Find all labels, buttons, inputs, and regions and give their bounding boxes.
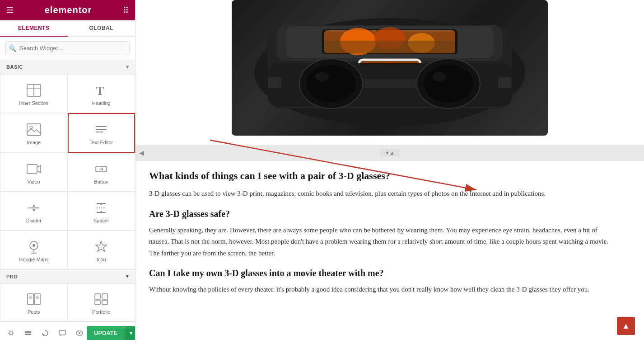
- svg-rect-71: [268, 77, 281, 88]
- scroll-top-button[interactable]: ▲: [617, 317, 635, 335]
- svg-rect-32: [34, 294, 40, 305]
- search-icon: 🔍: [9, 45, 16, 52]
- svg-rect-72: [498, 77, 512, 88]
- text-editor-icon: [94, 123, 108, 137]
- svg-rect-41: [25, 334, 31, 335]
- icon-label: Icon: [97, 257, 106, 262]
- content-image-area: [135, 0, 644, 145]
- update-dropdown-button[interactable]: ▾: [125, 326, 135, 340]
- history-icon[interactable]: [38, 326, 52, 340]
- button-label: Button: [94, 179, 108, 184]
- widget-heading[interactable]: T Heading: [68, 74, 135, 113]
- sidebar-header: ☰ elementor ⠿: [0, 0, 135, 20]
- divider-icon: [27, 201, 41, 215]
- answer-2-text: Generally speaking, they are. However, t…: [149, 225, 619, 259]
- icon-widget-icon: [94, 240, 108, 254]
- svg-rect-39: [102, 300, 107, 305]
- svg-marker-27: [96, 241, 107, 251]
- update-button-group: UPDATE ▾: [87, 326, 135, 340]
- svg-rect-5: [27, 124, 41, 136]
- portfolio-label: Portfolio: [92, 309, 110, 315]
- inner-section-label: Inner Section: [19, 100, 48, 106]
- tab-elements[interactable]: ELEMENTS: [0, 20, 68, 37]
- bottom-icon-group: ⚙: [4, 326, 87, 340]
- svg-rect-36: [95, 294, 100, 299]
- widget-image[interactable]: Image: [0, 113, 68, 153]
- svg-marker-17: [33, 209, 35, 212]
- basic-section-label[interactable]: BASIC ▾: [0, 60, 135, 74]
- widget-icon[interactable]: Icon: [68, 231, 135, 269]
- heading-icon: T: [94, 83, 108, 98]
- answer-1-text: 3-D glasses can be used to view 3-D prin…: [149, 188, 619, 200]
- pro-chevron-icon: ▾: [126, 273, 129, 279]
- widget-posts[interactable]: Posts: [0, 283, 68, 321]
- hamburger-icon[interactable]: ☰: [6, 5, 14, 15]
- svg-rect-70: [363, 79, 417, 88]
- eye-icon[interactable]: [72, 326, 87, 340]
- widget-divider[interactable]: Divider: [0, 192, 68, 231]
- pro-widget-grid: Posts Portfolio: [0, 283, 135, 321]
- image-label: Image: [27, 140, 41, 145]
- svg-point-66: [306, 65, 356, 103]
- grid-icon[interactable]: ⠿: [123, 5, 129, 15]
- svg-marker-21: [100, 204, 103, 205]
- pro-section-label[interactable]: PRO ▾: [0, 269, 135, 283]
- brand-logo: elementor: [45, 5, 92, 15]
- widget-video[interactable]: Video: [0, 153, 68, 192]
- widget-text-editor[interactable]: Text Editor: [68, 113, 135, 153]
- sidebar-tabs: ELEMENTS GLOBAL: [0, 20, 135, 37]
- layers-icon[interactable]: [21, 326, 35, 340]
- question-2-heading: Are 3-D glasses safe?: [149, 209, 619, 219]
- svg-rect-10: [27, 165, 37, 174]
- sidebar-bottom: ⚙: [0, 321, 135, 344]
- spacer-icon: [94, 201, 108, 215]
- search-input[interactable]: [5, 41, 130, 55]
- widget-bar: ◀ ▼▲: [135, 145, 644, 161]
- svg-point-67: [424, 65, 473, 103]
- google-maps-label: Google Maps: [19, 257, 48, 262]
- sidebar: ☰ elementor ⠿ ELEMENTS GLOBAL 🔍 BASIC ▾: [0, 0, 135, 344]
- divider-label: Divider: [26, 218, 42, 223]
- search-area: 🔍: [0, 37, 135, 60]
- posts-label: Posts: [28, 309, 40, 315]
- svg-marker-22: [100, 211, 103, 212]
- collapse-icon[interactable]: ◀: [139, 149, 144, 156]
- svg-text:T: T: [96, 84, 104, 98]
- svg-rect-42: [59, 330, 65, 335]
- tab-global[interactable]: GLOBAL: [68, 20, 135, 36]
- svg-point-24: [33, 244, 35, 247]
- google-maps-icon: [27, 240, 41, 254]
- widget-inner-section[interactable]: Inner Section: [0, 74, 68, 113]
- heading-label: Heading: [92, 100, 111, 106]
- question-1-heading: What kinds of things can I see with a pa…: [149, 170, 619, 182]
- svg-point-44: [79, 332, 80, 334]
- inner-section-icon: [27, 83, 41, 98]
- widget-spacer[interactable]: Spacer: [68, 192, 135, 231]
- question-3-heading: Can I take my own 3-D glasses into a mov…: [149, 268, 619, 278]
- text-editor-label: Text Editor: [89, 140, 113, 145]
- svg-rect-28: [28, 294, 33, 305]
- update-button[interactable]: UPDATE: [87, 326, 125, 340]
- svg-marker-16: [33, 204, 35, 207]
- settings-icon[interactable]: ⚙: [4, 326, 18, 340]
- portfolio-icon: [94, 292, 108, 306]
- main-content: ◀ ▼▲ What kinds of things can I see with…: [135, 0, 644, 344]
- svg-rect-54: [324, 41, 455, 53]
- pro-label-text: PRO: [6, 274, 18, 279]
- widget-bar-label: ▼▲: [380, 149, 399, 157]
- answer-3-text: Without knowing the policies of every th…: [149, 284, 619, 296]
- comments-icon[interactable]: [55, 326, 70, 340]
- widget-portfolio[interactable]: Portfolio: [68, 283, 135, 321]
- widget-button[interactable]: Button: [68, 153, 135, 192]
- widget-grid: Inner Section T Heading Image: [0, 74, 135, 269]
- video-label: Video: [28, 179, 40, 184]
- basic-chevron-icon: ▾: [126, 64, 129, 70]
- basic-label-text: BASIC: [6, 64, 23, 70]
- svg-point-68: [315, 72, 329, 81]
- video-icon: [27, 162, 41, 176]
- svg-point-69: [433, 72, 446, 81]
- widget-google-maps[interactable]: Google Maps: [0, 231, 68, 269]
- content-text-area: What kinds of things can I see with a pa…: [135, 161, 632, 323]
- svg-rect-40: [25, 331, 31, 333]
- svg-rect-38: [95, 300, 100, 305]
